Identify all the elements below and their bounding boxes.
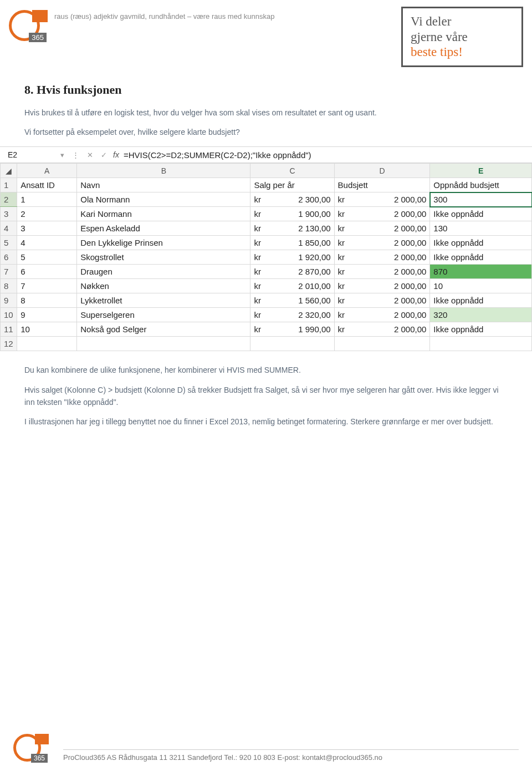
tip-line3: beste tips!	[411, 44, 511, 60]
cell-navn[interactable]: Kari Normann	[77, 207, 250, 221]
cell-budsjett[interactable]: kr2 000,00	[334, 293, 430, 308]
cell-ansatt-id[interactable]: 3	[17, 221, 77, 236]
row-header[interactable]: 1	[1, 178, 17, 192]
col-header-c[interactable]: C	[250, 164, 334, 178]
cell-salg[interactable]: kr1 920,00	[250, 250, 334, 265]
cell-ansatt-id[interactable]: 9	[17, 308, 77, 322]
page-header: 365 raus (ræus) adjektiv gavmild, rundhå…	[0, 0, 532, 67]
cell-budsjett[interactable]: kr2 000,00	[334, 279, 430, 293]
cell-navn[interactable]: Espen Askeladd	[77, 221, 250, 236]
cancel-icon[interactable]: ✕	[85, 151, 95, 159]
header-ansatt-id[interactable]: Ansatt ID	[17, 178, 77, 192]
cell-budsjett[interactable]: kr2 000,00	[334, 236, 430, 250]
excel-screenshot: E2 ▾ ⋮ ✕ ✓ fx =HVIS(C2>=D2;SUMMER(C2-D2)…	[0, 146, 532, 351]
header-salg[interactable]: Salg per år	[250, 178, 334, 192]
tip-box: Vi deler gjerne våre beste tips!	[401, 7, 523, 67]
cell-navn[interactable]: Den Lykkelige Prinsen	[77, 236, 250, 250]
paragraph-3: Du kan kombinere de ulike funksjonene, h…	[24, 364, 508, 377]
cell-budsjett[interactable]: kr2 000,00	[334, 207, 430, 221]
row-header[interactable]: 10	[1, 308, 17, 322]
footer-logo: 365	[13, 731, 49, 766]
cell-salg[interactable]: kr1 900,00	[250, 207, 334, 221]
row-header[interactable]: 8	[1, 279, 17, 293]
table-row: 32Kari Normannkr1 900,00kr2 000,00Ikke o…	[1, 207, 532, 221]
cell-navn[interactable]: Draugen	[77, 265, 250, 279]
cell-budsjett[interactable]: kr2 000,00	[334, 265, 430, 279]
cell-salg[interactable]: kr2 300,00	[250, 192, 334, 207]
cell-salg[interactable]: kr2 130,00	[250, 221, 334, 236]
confirm-icon[interactable]: ✓	[99, 151, 109, 159]
cell-budsjett[interactable]: kr2 000,00	[334, 221, 430, 236]
col-header-e[interactable]: E	[430, 164, 532, 178]
table-row: 21Ola Normannkr2 300,00kr2 000,00300	[1, 192, 532, 207]
paragraph-5: I illustrasjonen har jeg i tillegg benyt…	[24, 416, 508, 428]
row-header[interactable]: 9	[1, 293, 17, 308]
cell-oppnadd[interactable]: 300	[430, 192, 532, 207]
paragraph-4: Hvis salget (Kolonne C) > budsjett (Kolo…	[24, 384, 508, 408]
header-navn[interactable]: Navn	[77, 178, 250, 192]
logo-365-badge: 365	[29, 33, 47, 42]
cell-oppnadd[interactable]: 130	[430, 221, 532, 236]
row-header[interactable]: 6	[1, 250, 17, 265]
cell-oppnadd[interactable]: Ikke oppnådd	[430, 207, 532, 221]
cell-oppnadd[interactable]: 10	[430, 279, 532, 293]
dropdown-icon[interactable]: ▾	[59, 151, 66, 159]
cell-salg[interactable]: kr1 560,00	[250, 293, 334, 308]
cell-ansatt-id[interactable]: 1	[17, 192, 77, 207]
cell-budsjett[interactable]: kr2 000,00	[334, 308, 430, 322]
cell-salg[interactable]: kr1 990,00	[250, 322, 334, 337]
cell-navn[interactable]: Superselgeren	[77, 308, 250, 322]
cell-salg[interactable]: kr2 870,00	[250, 265, 334, 279]
header-budsjett[interactable]: Budsjett	[334, 178, 430, 192]
fx-icon[interactable]: fx	[113, 150, 119, 159]
cell-oppnadd[interactable]: Ikke oppnådd	[430, 236, 532, 250]
formula-text[interactable]: =HVIS(C2>=D2;SUMMER(C2-D2);"Ikke oppnådd…	[124, 150, 311, 160]
row-header[interactable]: 12	[1, 337, 17, 351]
cell-salg[interactable]: kr1 850,00	[250, 236, 334, 250]
cell-salg[interactable]: kr2 320,00	[250, 308, 334, 322]
row-header[interactable]: 5	[1, 236, 17, 250]
header-oppnadd[interactable]: Oppnådd budsjett	[430, 178, 532, 192]
cell-navn[interactable]: Skogstrollet	[77, 250, 250, 265]
cell-oppnadd[interactable]: Ikke oppnådd	[430, 322, 532, 337]
name-box[interactable]: E2	[4, 149, 54, 160]
cell-ansatt-id[interactable]: 4	[17, 236, 77, 250]
cell-oppnadd[interactable]: 870	[430, 265, 532, 279]
table-row: 1110Nokså god Selgerkr1 990,00kr2 000,00…	[1, 322, 532, 337]
cell-ansatt-id[interactable]: 5	[17, 250, 77, 265]
cell-oppnadd[interactable]: Ikke oppnådd	[430, 293, 532, 308]
section-heading: 8. Hvis funksjonen	[24, 83, 508, 97]
cell-ansatt-id[interactable]: 8	[17, 293, 77, 308]
cell-navn[interactable]: Lykketrollet	[77, 293, 250, 308]
col-header-b[interactable]: B	[77, 164, 250, 178]
cell-ansatt-id[interactable]: 6	[17, 265, 77, 279]
cell-ansatt-id[interactable]: 7	[17, 279, 77, 293]
cell-navn[interactable]: Nøkken	[77, 279, 250, 293]
cell-navn[interactable]: Ola Normann	[77, 192, 250, 207]
tip-line1: Vi deler	[411, 14, 511, 29]
cell-oppnadd[interactable]: Ikke oppnådd	[430, 250, 532, 265]
row-header[interactable]: 11	[1, 322, 17, 337]
data-header-row: 1 Ansatt ID Navn Salg per år Budsjett Op…	[1, 178, 532, 192]
row-header[interactable]: 7	[1, 265, 17, 279]
row-header[interactable]: 4	[1, 221, 17, 236]
cell-ansatt-id[interactable]: 10	[17, 322, 77, 337]
cell-salg[interactable]: kr2 010,00	[250, 279, 334, 293]
cell-budsjett[interactable]: kr2 000,00	[334, 250, 430, 265]
cell-navn[interactable]: Nokså god Selger	[77, 322, 250, 337]
logo: 365	[9, 7, 48, 45]
row-header[interactable]: 3	[1, 207, 17, 221]
cell-oppnadd[interactable]: 320	[430, 308, 532, 322]
cell-budsjett[interactable]: kr2 000,00	[334, 322, 430, 337]
column-header-row: ◢ A B C D E	[1, 164, 532, 178]
select-all-corner[interactable]: ◢	[1, 164, 17, 178]
cell-ansatt-id[interactable]: 2	[17, 207, 77, 221]
col-header-d[interactable]: D	[334, 164, 430, 178]
table-row: 65Skogstrolletkr1 920,00kr2 000,00Ikke o…	[1, 250, 532, 265]
cell-budsjett[interactable]: kr2 000,00	[334, 192, 430, 207]
row-header[interactable]: 2	[1, 192, 17, 207]
spreadsheet-grid[interactable]: ◢ A B C D E 1 Ansatt ID Navn Salg per år…	[0, 163, 532, 351]
separator-icon: ⋮	[70, 151, 81, 159]
col-header-a[interactable]: A	[17, 164, 77, 178]
table-row: 98Lykketrolletkr1 560,00kr2 000,00Ikke o…	[1, 293, 532, 308]
